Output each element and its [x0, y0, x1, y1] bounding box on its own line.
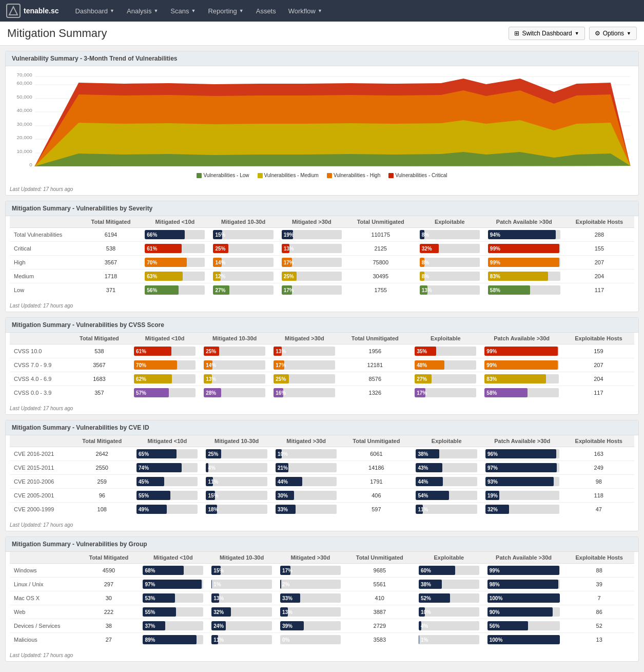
- nav-analysis[interactable]: Analysis ▼: [121, 0, 164, 22]
- patch-bar: 99%: [480, 344, 562, 358]
- svg-text:Jun 25: Jun 25: [276, 168, 289, 169]
- m30-bar: 33%: [271, 503, 341, 516]
- m30-bar: 17%: [269, 358, 339, 372]
- hosts: 86: [564, 605, 634, 619]
- nav-workflow[interactable]: Workflow ▼: [282, 0, 328, 22]
- patch-bar: 83%: [480, 372, 562, 386]
- table-row: CVE 2015-2011 2550 74% 4% 21% 14186 43%: [10, 461, 634, 475]
- hosts: 204: [564, 270, 634, 283]
- header-actions: ⊞ Switch Dashboard ▼ ⚙ Options ▼: [509, 27, 637, 40]
- m30-bar: 21%: [271, 461, 341, 475]
- cvss-table: Total Mitigated Mitigated <10d Mitigated…: [10, 333, 634, 399]
- exploitable-bar: 8%: [416, 256, 484, 270]
- m10-bar: 61%: [130, 344, 200, 358]
- m1030-bar: 25%: [209, 242, 277, 256]
- m30-bar: 44%: [271, 475, 341, 489]
- cvss-last-updated: Last Updated: 17 hours ago: [6, 404, 638, 414]
- m1030-bar: 11%: [202, 475, 271, 489]
- hosts: 207: [563, 358, 634, 372]
- total-mitigated: 538: [81, 242, 141, 256]
- patch-bar: 58%: [480, 386, 562, 400]
- col-label: [10, 216, 81, 228]
- m10-bar: 70%: [141, 256, 209, 270]
- patch-bar: 99%: [483, 564, 564, 578]
- nav-reporting[interactable]: Reporting ▼: [202, 0, 249, 22]
- chevron-down-icon: ▼: [575, 31, 579, 36]
- table-row: CVE 2000-1999 108 49% 18% 33% 597 11%: [10, 503, 634, 516]
- svg-text:10,000: 10,000: [17, 148, 32, 153]
- m1030-bar: 15%: [209, 228, 277, 242]
- m30-bar: 13%: [276, 605, 345, 619]
- chart-legend: Vulnerabilities - Low Vulnerabilities - …: [11, 172, 633, 178]
- legend-low-color: [197, 173, 202, 178]
- total-mitigated: 96: [71, 489, 132, 503]
- total-mitigated: 371: [81, 283, 141, 297]
- row-label: CVSS 10.0: [10, 344, 69, 358]
- m1030-bar: 15%: [207, 564, 276, 578]
- svg-text:0: 0: [29, 162, 32, 167]
- cvss-title: Mitigation Summary - Vulnerabilities by …: [6, 318, 638, 333]
- total-unmitigated: 1956: [339, 344, 411, 358]
- m1030-bar: 25%: [202, 447, 271, 461]
- row-label: High: [10, 256, 81, 270]
- total-mitigated: 538: [69, 344, 130, 358]
- hosts: 159: [563, 344, 634, 358]
- total-unmitigated: 1755: [346, 283, 416, 297]
- m1030-bar: 24%: [207, 619, 276, 633]
- svg-text:50,000: 50,000: [17, 94, 32, 99]
- patch-bar: 100%: [483, 591, 564, 605]
- legend-critical-color: [388, 173, 394, 178]
- hosts: 117: [564, 283, 634, 297]
- total-unmitigated: 410: [345, 591, 415, 605]
- total-unmitigated: 597: [341, 503, 412, 516]
- severity-table-container: Total Mitigated Mitigated <10d Mitigated…: [6, 216, 638, 301]
- m30-bar: 13%: [269, 344, 339, 358]
- cve-table-container: Total Mitigated Mitigated <10d Mitigated…: [6, 435, 638, 520]
- col-total-unmitigated: Total Unmitigated: [346, 216, 416, 228]
- col-m10: Mitigated <10d: [141, 216, 209, 228]
- row-label: Malicious: [10, 633, 79, 647]
- m10-bar: 37%: [139, 619, 207, 633]
- m1030-bar: 1%: [207, 578, 276, 591]
- cve-card: Mitigation Summary - Vulnerabilities by …: [5, 420, 639, 531]
- row-label: CVE 2005-2001: [10, 489, 71, 503]
- total-mitigated: 2642: [71, 447, 132, 461]
- switch-dashboard-button[interactable]: ⊞ Switch Dashboard ▼: [509, 27, 584, 40]
- options-button[interactable]: ⚙ Options ▼: [589, 27, 637, 40]
- total-mitigated: 27: [79, 633, 139, 647]
- m1030-bar: 13%: [207, 591, 276, 605]
- cve-header-row: Total Mitigated Mitigated <10d Mitigated…: [10, 435, 634, 447]
- severity-header-row: Total Mitigated Mitigated <10d Mitigated…: [10, 216, 634, 228]
- m30-bar: 17%: [276, 564, 345, 578]
- vuln-chart-card: Vulnerability Summary - 3-Month Trend of…: [5, 51, 639, 196]
- nav-scans[interactable]: Scans ▼: [164, 0, 202, 22]
- hosts: 88: [564, 564, 634, 578]
- total-mitigated: 3567: [69, 358, 130, 372]
- svg-text:May 21: May 21: [49, 168, 64, 169]
- exploitable-bar: 13%: [416, 283, 484, 297]
- m10-bar: 66%: [141, 228, 209, 242]
- hosts: 39: [564, 578, 634, 591]
- m30-bar: 30%: [271, 489, 341, 503]
- m10-bar: 63%: [141, 270, 209, 283]
- nav-assets[interactable]: Assets: [250, 0, 282, 22]
- m30-bar: 13%: [278, 242, 346, 256]
- m10-bar: 62%: [130, 372, 200, 386]
- m30-bar: 39%: [276, 619, 345, 633]
- total-unmitigated: 5561: [345, 578, 415, 591]
- row-label: Devices / Services: [10, 619, 79, 633]
- nav-dashboard[interactable]: Dashboard ▼: [69, 0, 121, 22]
- total-mitigated: 1683: [69, 372, 130, 386]
- table-row: Mac OS X 30 53% 13% 33% 410 52%: [10, 591, 634, 605]
- svg-marker-0: [9, 7, 17, 15]
- exploitable-bar: 44%: [412, 475, 481, 489]
- row-label: Medium: [10, 270, 81, 283]
- patch-bar: 19%: [481, 489, 563, 503]
- chart-last-updated: Last Updated: 17 hours ago: [6, 184, 638, 195]
- hosts: 7: [564, 591, 634, 605]
- m1030-bar: 4%: [202, 461, 271, 475]
- m1030-bar: 18%: [202, 503, 271, 516]
- patch-bar: 97%: [481, 461, 563, 475]
- patch-bar: 100%: [483, 633, 564, 647]
- m1030-bar: 27%: [209, 283, 277, 297]
